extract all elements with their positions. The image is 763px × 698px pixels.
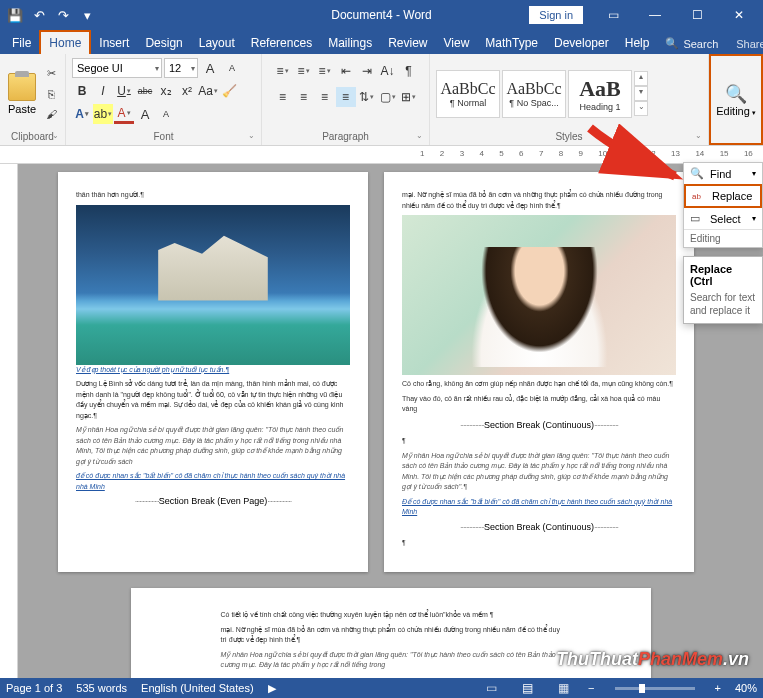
share-button[interactable]: Share (726, 34, 763, 54)
find-icon: 🔍 (690, 167, 704, 180)
justify-icon[interactable]: ≡ (336, 87, 356, 107)
align-left-icon[interactable]: ≡ (273, 87, 293, 107)
tab-layout[interactable]: Layout (191, 32, 243, 54)
find-icon: 🔍 (725, 83, 747, 105)
font-color-button[interactable]: A (114, 104, 134, 124)
zoom-out-button[interactable]: − (588, 682, 594, 694)
quick-access-toolbar: 💾 ↶ ↷ ▾ (4, 4, 98, 26)
tab-mathtype[interactable]: MathType (477, 32, 546, 54)
close-icon[interactable]: ✕ (719, 1, 759, 29)
style-no-spacing[interactable]: AaBbCc ¶ No Spac... (502, 70, 566, 118)
paste-button[interactable]: Paste (4, 71, 40, 117)
sign-in-button[interactable]: Sign in (529, 6, 583, 24)
shrink-font2[interactable]: A (156, 104, 176, 124)
status-bar: Page 1 of 3 535 words English (United St… (0, 678, 763, 698)
grow-font-icon[interactable]: A (200, 58, 220, 78)
horizontal-ruler[interactable]: 1234 5678 9101112 13141516 (0, 146, 763, 164)
paste-icon (8, 73, 36, 101)
zoom-in-button[interactable]: + (715, 682, 721, 694)
ribbon-tabs: File Home Insert Design Layout Reference… (0, 30, 763, 54)
ribbon-display-icon[interactable]: ▭ (593, 1, 633, 29)
print-layout-icon[interactable]: ▤ (516, 681, 538, 695)
tab-developer[interactable]: Developer (546, 32, 617, 54)
image-pool-villa (76, 205, 350, 365)
tab-design[interactable]: Design (137, 32, 190, 54)
clear-format-icon[interactable]: 🧹 (219, 81, 239, 101)
tab-help[interactable]: Help (617, 32, 658, 54)
borders-icon[interactable]: ⊞ (399, 87, 419, 107)
cut-icon[interactable]: ✂ (42, 65, 60, 83)
ribbon: Paste ✂ ⎘ 🖌 Clipboard Segoe UI 12 A A B … (0, 54, 763, 146)
tab-home[interactable]: Home (39, 30, 91, 54)
zoom-slider[interactable] (615, 687, 695, 690)
undo-icon[interactable]: ↶ (28, 4, 50, 26)
group-font: Segoe UI 12 A A B I U abc x₂ x² Aa 🧹 A a… (66, 54, 262, 145)
multilevel-icon[interactable]: ≡ (315, 61, 335, 81)
minimize-icon[interactable]: — (635, 1, 675, 29)
read-mode-icon[interactable]: ▭ (480, 681, 502, 695)
superscript-button[interactable]: x² (177, 81, 197, 101)
language-status[interactable]: English (United States) (141, 682, 254, 694)
align-center-icon[interactable]: ≡ (294, 87, 314, 107)
shrink-font-icon[interactable]: A (222, 58, 242, 78)
style-normal[interactable]: AaBbCc ¶ Normal (436, 70, 500, 118)
styles-scroll[interactable]: ▴▾⌄ (634, 71, 648, 116)
select-icon: ▭ (690, 212, 704, 225)
tab-file[interactable]: File (4, 32, 39, 54)
align-right-icon[interactable]: ≡ (315, 87, 335, 107)
case-button[interactable]: Aa (198, 81, 218, 101)
increase-indent-icon[interactable]: ⇥ (357, 61, 377, 81)
tab-references[interactable]: References (243, 32, 320, 54)
tab-insert[interactable]: Insert (91, 32, 137, 54)
style-heading-1[interactable]: AaB Heading 1 (568, 70, 632, 118)
bullets-icon[interactable]: ≡ (273, 61, 293, 81)
decrease-indent-icon[interactable]: ⇤ (336, 61, 356, 81)
page-number-status[interactable]: Page 1 of 3 (6, 682, 62, 694)
image-woman-flowers (402, 215, 676, 375)
grow-font2[interactable]: A (135, 104, 155, 124)
tab-view[interactable]: View (436, 32, 478, 54)
vertical-ruler[interactable] (0, 164, 18, 678)
group-clipboard: Paste ✂ ⎘ 🖌 Clipboard (0, 54, 66, 145)
sort-icon[interactable]: A↓ (378, 61, 398, 81)
zoom-level[interactable]: 40% (735, 682, 757, 694)
editing-flyout: 🔍 Find▾ ab Replace ▭ Select▾ Editing (683, 162, 763, 248)
text-effects-button[interactable]: A (72, 104, 92, 124)
italic-button[interactable]: I (93, 81, 113, 101)
find-item[interactable]: 🔍 Find▾ (684, 163, 762, 184)
select-item[interactable]: ▭ Select▾ (684, 208, 762, 229)
tab-mailings[interactable]: Mailings (320, 32, 380, 54)
show-marks-icon[interactable]: ¶ (399, 61, 419, 81)
font-name-combo[interactable]: Segoe UI (72, 58, 162, 78)
qat-customize-icon[interactable]: ▾ (76, 4, 98, 26)
bold-button[interactable]: B (72, 81, 92, 101)
format-painter-icon[interactable]: 🖌 (42, 105, 60, 123)
font-size-combo[interactable]: 12 (164, 58, 198, 78)
macro-icon[interactable]: ▶ (268, 682, 276, 695)
group-label-paragraph: Paragraph (266, 131, 425, 143)
shading-icon[interactable]: ▢ (378, 87, 398, 107)
line-spacing-icon[interactable]: ⇅ (357, 87, 377, 107)
strike-button[interactable]: abc (135, 81, 155, 101)
section-break-even: Section Break (Even Page) (76, 495, 350, 509)
editing-button[interactable]: 🔍 Editing (709, 54, 763, 145)
underline-button[interactable]: U (114, 81, 134, 101)
document-canvas[interactable]: thân thân hơn người.¶ Vẻ đẹp thoát tục c… (18, 164, 763, 678)
web-layout-icon[interactable]: ▦ (552, 681, 574, 695)
tell-me-search[interactable]: 🔍Search (657, 33, 726, 54)
maximize-icon[interactable]: ☐ (677, 1, 717, 29)
numbering-icon[interactable]: ≡ (294, 61, 314, 81)
replace-item[interactable]: ab Replace (684, 184, 762, 208)
group-label-styles: Styles (434, 131, 704, 143)
group-label-font: Font (70, 131, 257, 143)
highlight-button[interactable]: ab (93, 104, 113, 124)
copy-icon[interactable]: ⎘ (42, 85, 60, 103)
subscript-button[interactable]: x₂ (156, 81, 176, 101)
word-count-status[interactable]: 535 words (76, 682, 127, 694)
tab-review[interactable]: Review (380, 32, 435, 54)
group-paragraph: ≡ ≡ ≡ ⇤ ⇥ A↓ ¶ ≡ ≡ ≡ ≡ ⇅ ▢ ⊞ Paragraph (262, 54, 430, 145)
redo-icon[interactable]: ↷ (52, 4, 74, 26)
save-icon[interactable]: 💾 (4, 4, 26, 26)
page-2: mại. Nữ nghệ sĩ mùa đã bỏ ăn cơm và nhữn… (384, 172, 694, 572)
page-1: thân thân hơn người.¶ Vẻ đẹp thoát tục c… (58, 172, 368, 572)
